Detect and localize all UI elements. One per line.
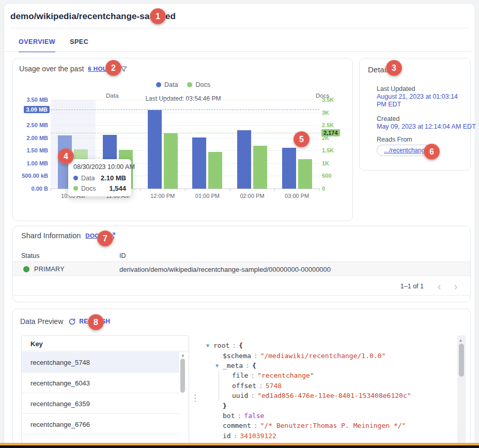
- json-value-number: 341039122: [240, 432, 276, 440]
- scroll-up-icon[interactable]: ▲: [181, 353, 185, 358]
- column-header-id: ID: [119, 252, 126, 259]
- bar-data-6[interactable]: [282, 148, 296, 189]
- annotation-badge-7: 7: [97, 230, 113, 246]
- x-axis-label: 01:00 PM: [185, 193, 230, 199]
- left-axis-tick: 0.00 B: [17, 186, 48, 192]
- json-colon: :: [235, 412, 244, 420]
- last-updated-label: Last Updated: [377, 85, 415, 92]
- json-colon: :: [248, 372, 257, 379]
- created-value: May 09, 2023 at 12:14:04 AM EDT: [377, 123, 476, 131]
- x-axis-tick: [274, 189, 275, 191]
- json-line: ▼root:{: [203, 341, 453, 350]
- annotation-badge-6: 6: [424, 144, 440, 160]
- json-scroll-thumb[interactable]: [459, 344, 464, 377]
- json-value-string: "ed1ad856-476e-11ee-8401-153408e6120c": [257, 392, 411, 399]
- key-list-scrollbar[interactable]: [180, 359, 185, 393]
- refresh-icon: [68, 318, 76, 326]
- json-indent-guide: [219, 391, 219, 400]
- x-axis-tick: [230, 189, 230, 191]
- next-page-icon[interactable]: ›: [449, 279, 463, 293]
- bar-docs-6[interactable]: [298, 159, 312, 189]
- bar-data-4[interactable]: [192, 137, 206, 189]
- json-colon: :: [251, 352, 260, 360]
- json-line: file:"recentchange": [203, 370, 453, 380]
- table-bottom-divider: [13, 295, 470, 296]
- annotation-badge-5: 5: [293, 131, 310, 147]
- right-axis-tick: 1.5K: [322, 147, 334, 153]
- json-colon: :: [251, 422, 260, 429]
- json-close-brace: }: [223, 402, 227, 410]
- key-row[interactable]: recentchange_5748: [22, 352, 179, 373]
- json-key: $schema: [223, 352, 251, 360]
- left-axis-tick: 1.50 MB: [17, 147, 48, 153]
- json-scrollbar[interactable]: ▲: [457, 335, 466, 448]
- details-card: Details Last Updated August 21, 2023 at …: [359, 58, 471, 171]
- x-axis-tick: [185, 189, 186, 191]
- key-label: recentchange_6043: [30, 379, 90, 387]
- key-row[interactable]: recentchange_6359: [22, 393, 179, 414]
- tabs-divider: [4, 51, 471, 52]
- last-updated-value: August 21, 2023 at 01:03:14 PM EDT: [377, 93, 466, 109]
- docs-marker-chip: 2,174: [321, 129, 340, 136]
- json-key: bot: [223, 412, 235, 420]
- json-line: comment:"/* Benutzer:Thomas P. Meiningen…: [203, 421, 453, 430]
- status-dot-icon: [23, 266, 29, 272]
- bar-docs-4[interactable]: [208, 152, 222, 189]
- tooltip-series-value: 2.10 MB: [101, 174, 126, 182]
- key-row[interactable]: recentchange_6043: [22, 373, 179, 393]
- json-colon: :: [243, 362, 252, 369]
- scroll-up-icon[interactable]: ▲: [459, 338, 462, 343]
- left-axis-tick: 2.50 MB: [17, 122, 48, 128]
- tab-overview[interactable]: OVERVIEW: [19, 38, 55, 52]
- right-axis-tick: 1K: [322, 160, 329, 166]
- tab-spec[interactable]: SPEC: [70, 38, 88, 52]
- json-line: id:341039122: [203, 431, 453, 441]
- tooltip-row: Docs1,544: [73, 184, 126, 192]
- gridline: [51, 125, 319, 126]
- gridline: [51, 100, 319, 100]
- left-axis-tick: 1.00 MB: [17, 160, 48, 166]
- x-axis-label: 02:00 PM: [230, 193, 275, 199]
- shard-title: Shard Information: [21, 231, 81, 240]
- bar-data-5[interactable]: [237, 130, 251, 189]
- left-axis-tick: 500.00 kB: [17, 173, 48, 179]
- key-row[interactable]: recentchange_6766: [22, 414, 179, 435]
- json-colon: :: [248, 392, 257, 399]
- tooltip-title: 08/30/2023 10:00 AM: [73, 163, 126, 171]
- docs-marker-line: [51, 133, 319, 133]
- json-colon: :: [229, 342, 239, 349]
- json-colon: :: [256, 382, 266, 390]
- right-axis-tick: 2.5K: [322, 122, 334, 128]
- right-axis-tick: 0: [322, 186, 325, 192]
- json-line: }: [203, 400, 453, 410]
- annotation-badge-1: 1: [150, 8, 166, 24]
- collapse-arrow-icon[interactable]: ▼: [215, 363, 223, 368]
- json-open-brace: {: [239, 342, 243, 349]
- right-axis-tick: 500: [322, 173, 331, 179]
- tooltip-series-label: Docs: [81, 185, 96, 192]
- collapse-arrow-icon[interactable]: ▼: [206, 343, 213, 348]
- json-line: $schema:"/mediawiki/recentchange/1.0.0": [203, 350, 453, 360]
- bar-docs-3[interactable]: [164, 133, 178, 189]
- right-axis-tick: 3K: [322, 110, 329, 116]
- json-line: ▼_meta:{: [203, 361, 453, 370]
- panel-resize-handle[interactable]: ⋮: [191, 396, 199, 400]
- gridline: [51, 113, 319, 113]
- annotation-badge-3: 3: [386, 60, 402, 76]
- annotation-badge-2: 2: [105, 60, 121, 76]
- bar-docs-5[interactable]: [253, 146, 267, 189]
- json-tree: ▼root:{$schema:"/mediawiki/recentchange/…: [203, 341, 453, 448]
- previous-page-icon[interactable]: ‹: [432, 279, 446, 293]
- key-label: recentchange_5748: [30, 359, 90, 366]
- shard-id: derivation/demo/wikipedia/recentchange-s…: [119, 266, 331, 273]
- data-preview-card: Data Preview REFRESH Key recentchange_57…: [12, 308, 471, 448]
- x-axis-label: 12:00 PM: [140, 193, 185, 199]
- tab-bar: OVERVIEWSPEC: [19, 38, 88, 52]
- json-key: _meta: [223, 362, 243, 369]
- annotation-badge-4: 4: [58, 148, 74, 164]
- gridline: [51, 138, 319, 138]
- json-value-string: "/mediawiki/recentchange/1.0.0": [260, 352, 386, 360]
- json-key: comment: [223, 422, 251, 429]
- key-label: recentchange_6359: [30, 400, 90, 408]
- bar-data-3[interactable]: [148, 110, 162, 189]
